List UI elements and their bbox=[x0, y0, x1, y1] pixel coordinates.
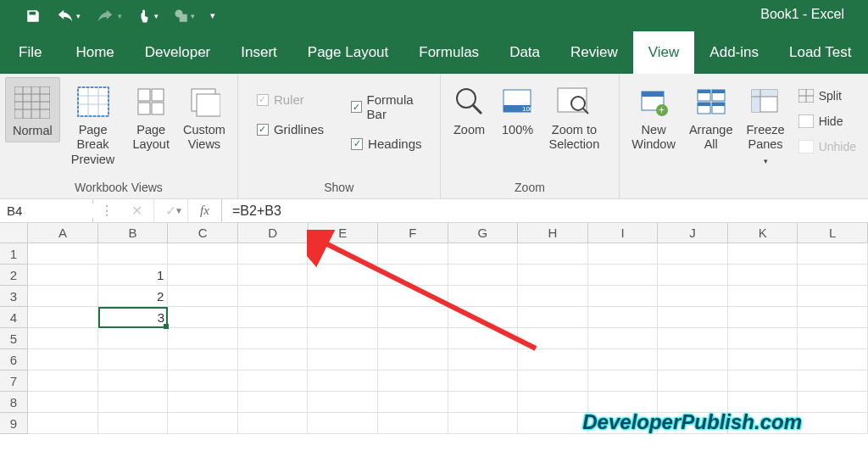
cell[interactable] bbox=[378, 370, 448, 392]
split-button[interactable]: Split bbox=[792, 84, 863, 108]
cell[interactable] bbox=[308, 413, 378, 434]
cell[interactable] bbox=[798, 328, 868, 349]
cell[interactable] bbox=[658, 328, 728, 349]
cell[interactable] bbox=[378, 286, 448, 307]
cell[interactable] bbox=[798, 370, 868, 392]
column-header[interactable]: D bbox=[238, 223, 309, 242]
tab-home[interactable]: Home bbox=[60, 31, 129, 74]
cell[interactable] bbox=[798, 265, 868, 286]
shapes-icon[interactable]: ▾ bbox=[174, 8, 195, 24]
cell[interactable] bbox=[168, 286, 238, 307]
column-header[interactable]: J bbox=[658, 223, 728, 242]
cell[interactable] bbox=[588, 328, 659, 349]
column-header[interactable]: H bbox=[518, 223, 588, 242]
tab-developer[interactable]: Developer bbox=[130, 31, 226, 74]
cell[interactable] bbox=[238, 349, 309, 370]
cell[interactable] bbox=[728, 370, 798, 392]
undo-icon[interactable]: ▾ bbox=[56, 9, 81, 23]
cell[interactable] bbox=[98, 328, 169, 349]
cell[interactable] bbox=[518, 265, 588, 286]
tab-file[interactable]: File bbox=[0, 31, 60, 74]
formula-input[interactable] bbox=[222, 199, 868, 222]
cell[interactable] bbox=[588, 307, 659, 328]
cell[interactable] bbox=[308, 265, 378, 286]
cell[interactable] bbox=[448, 349, 519, 370]
cell[interactable] bbox=[168, 392, 238, 413]
column-header[interactable]: I bbox=[588, 223, 659, 242]
cell[interactable] bbox=[518, 370, 588, 392]
cell[interactable] bbox=[448, 265, 519, 286]
custom-views-button[interactable]: Custom Views bbox=[176, 77, 232, 156]
insert-function-button[interactable]: fx bbox=[188, 199, 222, 222]
row-header[interactable]: 7 bbox=[0, 370, 28, 392]
column-header[interactable]: K bbox=[728, 223, 798, 242]
cell[interactable] bbox=[588, 370, 659, 392]
hide-button[interactable]: Hide bbox=[792, 109, 863, 133]
column-header[interactable]: A bbox=[28, 223, 98, 242]
cell[interactable] bbox=[308, 370, 378, 392]
customize-qat-icon[interactable]: ▾ bbox=[210, 10, 215, 21]
row-header[interactable]: 9 bbox=[0, 413, 28, 434]
row-header[interactable]: 3 bbox=[0, 286, 28, 307]
cell[interactable] bbox=[448, 370, 519, 392]
row-header[interactable]: 4 bbox=[0, 307, 28, 328]
chevron-down-icon[interactable]: ▾ bbox=[76, 12, 81, 20]
cell[interactable] bbox=[798, 392, 868, 413]
cell[interactable]: 2 bbox=[98, 286, 169, 307]
cell[interactable] bbox=[98, 243, 169, 265]
drag-handle-icon[interactable]: ⋮ bbox=[93, 199, 120, 222]
cell[interactable] bbox=[378, 328, 448, 349]
cell[interactable] bbox=[308, 307, 378, 328]
cell[interactable] bbox=[448, 286, 519, 307]
cell[interactable] bbox=[238, 265, 309, 286]
zoom-to-selection-button[interactable]: Zoom to Selection bbox=[542, 77, 607, 156]
column-header[interactable]: L bbox=[798, 223, 868, 242]
cell[interactable] bbox=[798, 413, 868, 434]
cell[interactable] bbox=[658, 349, 728, 370]
row-header[interactable]: 1 bbox=[0, 243, 28, 265]
cell[interactable] bbox=[308, 392, 378, 413]
cell[interactable] bbox=[238, 328, 309, 349]
cell[interactable] bbox=[658, 370, 728, 392]
cell[interactable] bbox=[28, 349, 98, 370]
column-header[interactable]: E bbox=[309, 223, 379, 242]
cell[interactable] bbox=[98, 413, 169, 434]
select-all-corner[interactable] bbox=[0, 223, 28, 242]
tab-view[interactable]: View bbox=[633, 31, 695, 74]
cell[interactable] bbox=[28, 307, 98, 328]
formula-bar-checkbox[interactable]: ✓ Formula Bar bbox=[344, 87, 434, 126]
page-layout-button[interactable]: Page Layout bbox=[125, 77, 176, 156]
cell[interactable] bbox=[168, 265, 238, 286]
tab-data[interactable]: Data bbox=[494, 31, 555, 74]
save-icon[interactable] bbox=[25, 8, 41, 24]
cell[interactable] bbox=[518, 328, 588, 349]
chevron-down-icon[interactable]: ▾ bbox=[191, 12, 195, 20]
cell[interactable] bbox=[28, 392, 98, 413]
cell[interactable] bbox=[378, 392, 448, 413]
gridlines-checkbox[interactable]: ✓ Gridlines bbox=[250, 117, 331, 142]
cell[interactable] bbox=[98, 349, 169, 370]
normal-view-button[interactable]: Normal bbox=[5, 77, 60, 142]
touch-mode-icon[interactable]: ▾ bbox=[137, 8, 159, 24]
cell[interactable] bbox=[238, 307, 309, 328]
cell[interactable] bbox=[798, 307, 868, 328]
row-header[interactable]: 5 bbox=[0, 328, 28, 349]
row-header[interactable]: 8 bbox=[0, 392, 28, 413]
cell[interactable] bbox=[308, 328, 378, 349]
cell[interactable] bbox=[448, 413, 519, 434]
cell[interactable] bbox=[238, 370, 309, 392]
cell[interactable] bbox=[728, 307, 798, 328]
cell[interactable]: 3 bbox=[98, 307, 169, 328]
cell[interactable] bbox=[448, 307, 519, 328]
row-header[interactable]: 2 bbox=[0, 265, 28, 286]
cell[interactable] bbox=[728, 286, 798, 307]
cell[interactable] bbox=[728, 328, 798, 349]
cell[interactable] bbox=[98, 370, 169, 392]
cell[interactable] bbox=[28, 243, 98, 265]
cell[interactable] bbox=[448, 328, 519, 349]
headings-checkbox[interactable]: ✓ Headings bbox=[344, 131, 434, 156]
cell[interactable] bbox=[728, 265, 798, 286]
cell[interactable] bbox=[518, 286, 588, 307]
cell[interactable] bbox=[28, 413, 98, 434]
cell[interactable] bbox=[798, 243, 868, 265]
